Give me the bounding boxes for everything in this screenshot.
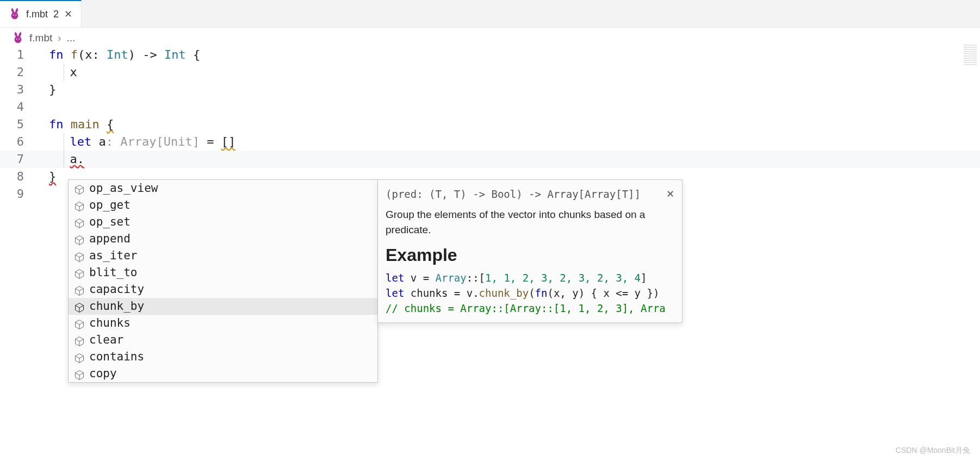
breadcrumb[interactable]: f.mbt › ... [0,28,980,46]
file-tab[interactable]: f.mbt 2 ✕ [0,0,82,27]
minimap[interactable] [964,43,977,65]
method-icon [74,335,85,346]
suggest-item-copy[interactable]: copy [69,365,377,382]
code-line[interactable]: fn f(x: Int) -> Int { [49,46,980,64]
suggest-item-op-set[interactable]: op_set [69,214,377,230]
suggest-label: as_iter [89,247,138,264]
doc-description: Group the elements of the vector into ch… [386,207,674,238]
svg-point-8 [16,39,17,40]
suggest-label: op_set [89,214,131,230]
suggest-item-op-as-view[interactable]: op_as_view [69,180,377,197]
svg-point-4 [15,15,16,16]
suggest-item-op-get[interactable]: op_get [69,197,377,214]
moonbit-file-icon [12,32,24,44]
suggest-item-chunk-by[interactable]: chunk_by [69,298,377,315]
suggest-label: op_as_view [89,180,158,197]
breadcrumb-file: f.mbt [29,32,52,44]
suggest-item-append[interactable]: append [69,230,377,247]
doc-signature: (pred: (T, T) -> Bool) -> Array[Array[T]… [386,186,641,202]
suggest-label: capacity [89,281,144,298]
suggest-item-clear[interactable]: clear [69,332,377,348]
method-icon [74,284,85,295]
watermark: CSDN @MoonBit月兔 [896,446,970,456]
svg-point-3 [13,15,14,16]
method-icon [74,183,85,194]
suggest-label: op_get [89,197,131,214]
method-icon [74,234,85,245]
method-icon [74,267,85,278]
suggest-item-as-iter[interactable]: as_iter [69,247,377,264]
tab-bar: f.mbt 2 ✕ [0,0,980,28]
method-icon [74,369,85,379]
breadcrumb-more: ... [67,32,76,44]
suggest-label: append [89,230,131,247]
moonbit-file-icon [9,8,21,20]
breadcrumb-separator: › [58,32,61,44]
suggestion-list[interactable]: op_as_viewop_getop_setappendas_iterblit_… [68,179,378,383]
documentation-panel: (pred: (T, T) -> Bool) -> Array[Array[T]… [378,179,683,323]
suggest-label: chunks [89,315,131,332]
svg-point-2 [11,12,18,19]
close-icon[interactable]: ✕ [64,8,72,20]
suggest-item-chunks[interactable]: chunks [69,315,377,332]
suggest-label: blit_to [89,264,138,281]
suggest-label: clear [89,332,123,348]
suggest-item-blit-to[interactable]: blit_to [69,264,377,281]
method-icon [74,251,85,261]
suggest-item-capacity[interactable]: capacity [69,281,377,298]
line-number: 1 [0,46,32,64]
svg-point-9 [18,39,20,40]
suggest-item-contains[interactable]: contains [69,348,377,365]
svg-point-7 [15,36,22,43]
tab-dirty-count: 2 [53,9,59,20]
doc-example-heading: Example [386,247,674,263]
suggest-label: copy [89,365,117,382]
method-icon [74,318,85,329]
suggest-label: chunk_by [89,298,144,315]
method-icon [74,352,85,363]
close-icon[interactable]: ✕ [666,186,674,202]
method-icon [74,200,85,211]
method-icon [74,217,85,228]
doc-example-code: let v = Array::[1, 1, 2, 3, 2, 3, 2, 3, … [386,270,674,316]
tab-filename: f.mbt [26,9,48,20]
suggest-label: contains [89,348,144,365]
method-icon [74,301,85,312]
